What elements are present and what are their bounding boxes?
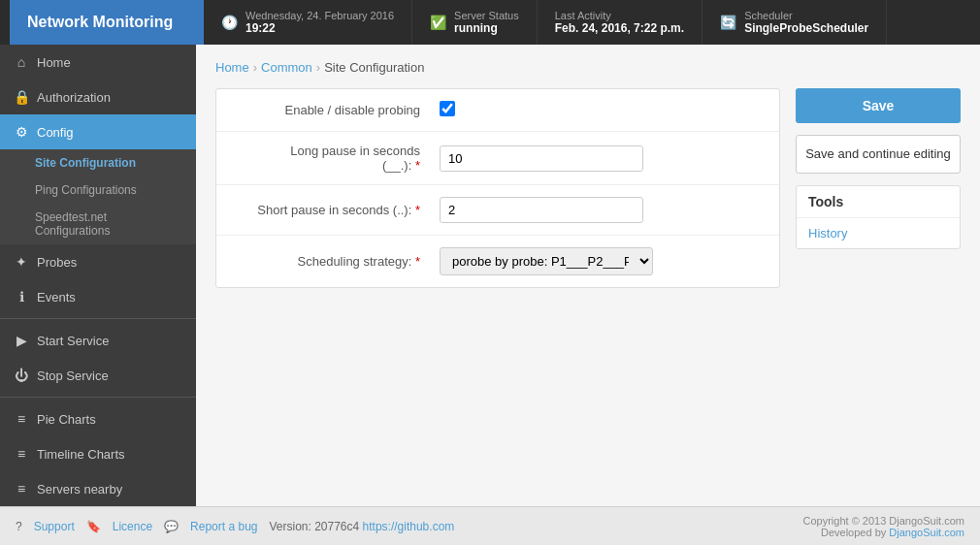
gear-icon: ⚙ [14,124,29,140]
enable-probing-label: Enable / disable probing [285,103,421,117]
breadcrumb-home[interactable]: Home [215,60,249,75]
copyright-text: Copyright © 2013 DjangoSuit.com [803,515,964,527]
breadcrumb-sep-2: › [316,60,320,75]
sidebar-item-speedtest-config[interactable]: Speedtest.net Configurations [0,204,196,244]
long-pause-required: * [415,158,420,173]
main-content: Home › Common › Site Configuration Enabl… [196,45,980,506]
field-scheduling-strategy: Scheduling strategy: * porobe by probe: … [216,236,779,288]
breadcrumb-common[interactable]: Common [261,60,312,75]
status-icon: ✅ [430,15,446,30]
app-brand: Network Monitoring [10,0,204,45]
tools-history[interactable]: History [797,218,960,248]
sidebar-item-stop-service[interactable]: ⏻ Stop Service [0,358,196,393]
tools-title: Tools [797,186,960,218]
field-long-pause: Long pause in seconds (__.): * [216,132,779,185]
sidebar-item-probes[interactable]: ✦ Probes [0,244,196,279]
sidebar-item-timeline-charts[interactable]: ≡ Timeline Charts [0,436,196,471]
sidebar-item-config[interactable]: ⚙ Config [0,114,196,149]
play-icon: ▶ [14,333,29,348]
topbar: Network Monitoring 🕐 Wednesday, 24. Febr… [0,0,980,45]
timeline-icon: ≡ [14,446,29,462]
support-link[interactable]: Support [34,520,75,533]
topbar-items: 🕐 Wednesday, 24. February 2016 19:22 ✅ S… [204,0,970,45]
topbar-server-status: ✅ Server Status running [412,0,538,45]
breadcrumb: Home › Common › Site Configuration [215,60,961,75]
breadcrumb-sep-1: › [253,60,257,75]
sidebar-item-events[interactable]: ℹ Events [0,279,196,314]
footer-right: Copyright © 2013 DjangoSuit.com Develope… [803,515,964,538]
version-text: Version: 20776c4 https://github.com [269,520,454,533]
lock-icon: 🔒 [14,89,29,105]
form-table: Enable / disable probing Long pause in s… [216,89,779,287]
servers-icon: ≡ [14,481,29,497]
report-bug-link[interactable]: Report a bug [190,520,257,533]
developed-text: Developed by DjangoSuit.com [803,527,964,538]
enable-probing-checkbox[interactable] [440,101,455,116]
pie-chart-icon: ≡ [14,411,29,427]
probes-icon: ✦ [14,254,29,270]
github-link[interactable]: https://github.com [363,520,455,533]
tools-box: Tools History [796,185,961,249]
scheduling-strategy-select[interactable]: porobe by probe: P1___P2___P3_ [440,247,653,275]
sidebar: ⌂ Home 🔒 Authorization ⚙ Config Site Con… [0,45,196,506]
sidebar-item-pie-charts[interactable]: ≡ Pie Charts [0,401,196,436]
sidebar-item-start-service[interactable]: ▶ Start Service [0,323,196,358]
scheduling-strategy-label: Scheduling strategy: [298,254,412,269]
topbar-datetime: 🕐 Wednesday, 24. February 2016 19:22 [204,0,412,45]
footer-left: ? Support 🔖 Licence 💬 Report a bug Versi… [16,520,454,533]
long-pause-label-sub: (__.): * [232,158,420,173]
save-button[interactable]: Save [796,88,961,123]
home-icon: ⌂ [14,54,29,70]
topbar-scheduler: 🔄 Scheduler SingleProbeScheduler [702,0,887,45]
refresh-icon: 🔄 [720,15,736,30]
licence-icon: 🔖 [86,520,101,533]
content-row: Enable / disable probing Long pause in s… [215,88,961,288]
sidebar-item-servers-nearby[interactable]: ≡ Servers nearby [0,471,196,506]
breadcrumb-current: Site Configuration [324,60,424,75]
sidebar-item-site-config[interactable]: Site Configuration [0,149,196,176]
sidebar-item-home[interactable]: ⌂ Home [0,45,196,80]
short-pause-input[interactable] [440,197,643,223]
form-panel: Enable / disable probing Long pause in s… [215,88,780,288]
licence-link[interactable]: Licence [113,520,152,533]
footer: ? Support 🔖 Licence 💬 Report a bug Versi… [0,506,980,545]
short-pause-label: Short pause in seconds (..): [257,203,411,217]
field-enable-probing: Enable / disable probing [216,89,779,132]
sidebar-item-ping-config[interactable]: Ping Configurations [0,176,196,204]
bug-icon: 💬 [164,520,179,533]
side-panel: Save Save and continue editing Tools His… [796,88,961,288]
long-pause-input[interactable] [440,145,643,172]
sidebar-item-authorization[interactable]: 🔒 Authorization [0,80,196,114]
field-short-pause: Short pause in seconds (..): * [216,185,779,236]
support-icon: ? [16,520,22,533]
power-icon: ⏻ [14,368,29,383]
short-pause-required: * [415,203,420,217]
djangosuit-link[interactable]: DjangoSuit.com [889,527,964,538]
sidebar-config-sub: Site Configuration Ping Configurations S… [0,149,196,244]
scheduling-strategy-required: * [415,254,420,269]
long-pause-label-main: Long pause in seconds [232,144,420,158]
events-icon: ℹ [14,289,29,305]
topbar-last-activity: Last Activity Feb. 24, 2016, 7:22 p.m. [538,0,702,45]
clock-icon: 🕐 [221,15,238,30]
save-continue-button[interactable]: Save and continue editing [796,135,961,174]
